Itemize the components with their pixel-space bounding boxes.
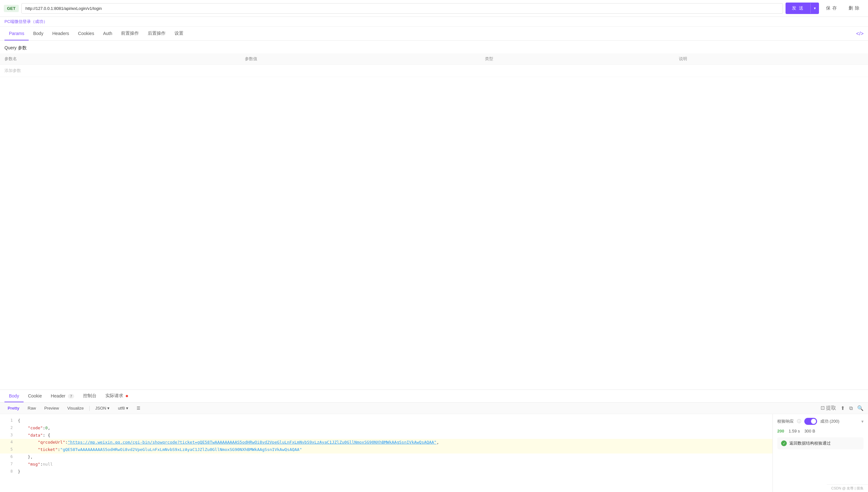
validate-status: 成功 (200) bbox=[820, 418, 839, 424]
tab-cookies[interactable]: Cookies bbox=[74, 27, 99, 41]
json-line-8: 8 } bbox=[0, 468, 772, 475]
footer-bar: CSDN @ 友尊 | 摸鱼 bbox=[827, 484, 868, 492]
response-size: 300 B bbox=[804, 429, 815, 434]
query-params-section: Query 参数 参数名 参数值 类型 说明 添加参数 bbox=[0, 41, 868, 390]
header-badge: 7 bbox=[68, 394, 74, 398]
col-param-type: 类型 bbox=[481, 53, 674, 65]
query-section-title: Query 参数 bbox=[0, 41, 868, 53]
tabs-bar: Params Body Headers Cookies Auth 前置操作 后置… bbox=[0, 27, 868, 41]
fmt-encoding-select[interactable]: utf8 ▾ bbox=[115, 404, 131, 412]
send-button[interactable]: 发 送 ▾ bbox=[786, 3, 819, 14]
status-codes: 200 1.59 s 300 B bbox=[777, 429, 864, 434]
json-line-5: 5 "ticket": "gQE58TwAAAAAAAAAS5odHRwOi8v… bbox=[0, 446, 772, 453]
json-line-3: 3 "data": { bbox=[0, 432, 772, 439]
validate-label: 校验响应 bbox=[777, 418, 794, 424]
actual-request-dot bbox=[126, 395, 128, 397]
tab-headers[interactable]: Headers bbox=[48, 27, 74, 41]
response-header-bar: 校验响应 ⓘ 成功 (200) ▾ bbox=[777, 418, 864, 425]
fmt-json-select[interactable]: JSON ▾ bbox=[92, 404, 113, 412]
footer-text: CSDN @ 友尊 | 摸鱼 bbox=[831, 486, 864, 490]
validation-badge: ✓ 返回数据结构校验通过 bbox=[777, 437, 864, 449]
resp-tab-actual[interactable]: 实际请求 bbox=[101, 390, 132, 402]
sidebar-chevron[interactable]: ▾ bbox=[861, 419, 864, 424]
top-bar: GET 发 送 ▾ 保 存 删 除 bbox=[0, 0, 868, 17]
subtitle: PC端微信登录（成功） bbox=[0, 17, 868, 27]
add-param-placeholder[interactable]: 添加参数 bbox=[0, 65, 868, 77]
status-200: 200 bbox=[777, 429, 784, 434]
json-line-7: 7 "msg": null bbox=[0, 461, 772, 468]
tab-settings[interactable]: 设置 bbox=[170, 27, 188, 41]
check-icon: ✓ bbox=[781, 440, 787, 446]
extract-icon[interactable]: ⊡ 提取 bbox=[821, 405, 836, 412]
json-line-2: 2 "code": 0, bbox=[0, 424, 772, 432]
tab-auth[interactable]: Auth bbox=[99, 27, 117, 41]
format-bar: Pretty Raw Preview Visualize | JSON ▾ ut… bbox=[0, 402, 868, 414]
validate-toggle[interactable] bbox=[804, 418, 817, 425]
method-badge: GET bbox=[4, 5, 19, 12]
fmt-filter-icon[interactable]: ☰ bbox=[134, 404, 144, 412]
response-sidebar: 校验响应 ⓘ 成功 (200) ▾ 200 1.59 s 300 B ✓ 返回数… bbox=[772, 414, 868, 492]
fmt-separator: | bbox=[89, 405, 90, 411]
fmt-pretty[interactable]: Pretty bbox=[4, 404, 23, 412]
tab-post-op[interactable]: 后置操作 bbox=[143, 27, 170, 41]
params-table: 参数名 参数值 类型 说明 添加参数 bbox=[0, 53, 868, 77]
add-param-row[interactable]: 添加参数 bbox=[0, 65, 868, 77]
col-param-name: 参数名 bbox=[0, 53, 240, 65]
delete-button[interactable]: 删 除 bbox=[844, 3, 864, 14]
url-input[interactable] bbox=[21, 3, 783, 14]
search-icon[interactable]: 🔍 bbox=[857, 405, 864, 411]
resp-tab-header[interactable]: Header 7 bbox=[47, 390, 79, 402]
save-button[interactable]: 保 存 bbox=[821, 3, 842, 14]
help-icon: ⓘ bbox=[797, 418, 801, 424]
response-time: 1.59 s bbox=[789, 429, 800, 434]
action-icons: ⊡ 提取 ⬆ ⧉ 🔍 bbox=[821, 405, 864, 412]
response-tabs-bar: Body Cookie Header 7 控制台 实际请求 bbox=[0, 390, 868, 402]
validation-msg: 返回数据结构校验通过 bbox=[789, 440, 831, 446]
resp-tab-cookie[interactable]: Cookie bbox=[24, 390, 47, 402]
json-line-4: 4 "qrcodeUrl": "https://mp.weixin.qq.com… bbox=[0, 439, 772, 446]
tab-pre-op[interactable]: 前置操作 bbox=[117, 27, 143, 41]
col-param-value: 参数值 bbox=[240, 53, 481, 65]
tab-params[interactable]: Params bbox=[4, 27, 29, 41]
fmt-preview[interactable]: Preview bbox=[41, 404, 62, 412]
json-line-1: 1 { bbox=[0, 417, 772, 424]
resp-tab-body[interactable]: Body bbox=[4, 390, 24, 402]
code-icon[interactable]: </> bbox=[856, 31, 864, 36]
fmt-raw[interactable]: Raw bbox=[25, 404, 39, 412]
json-viewer: 1 { 2 "code": 0, 3 "data": { 4 "qrcodeUr… bbox=[0, 414, 772, 492]
main-content: Query 参数 参数名 参数值 类型 说明 添加参数 Body Cookie bbox=[0, 41, 868, 492]
export-icon[interactable]: ⬆ bbox=[841, 405, 845, 411]
response-body-area: 1 { 2 "code": 0, 3 "data": { 4 "qrcodeUr… bbox=[0, 414, 868, 492]
fmt-visualize[interactable]: Visualize bbox=[64, 404, 87, 412]
tab-body[interactable]: Body bbox=[29, 27, 48, 41]
col-param-desc: 说明 bbox=[674, 53, 868, 65]
json-line-6: 6 }, bbox=[0, 453, 772, 461]
resp-tab-console[interactable]: 控制台 bbox=[79, 390, 101, 402]
copy-icon[interactable]: ⧉ bbox=[849, 405, 853, 411]
response-section: Body Cookie Header 7 控制台 实际请求 Pretty Raw… bbox=[0, 390, 868, 492]
